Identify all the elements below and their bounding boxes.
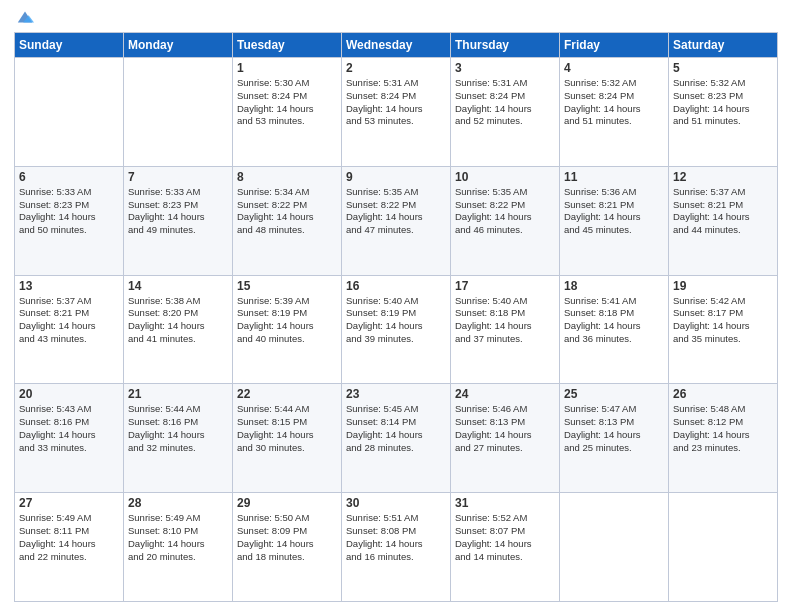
day-number: 29 bbox=[237, 496, 337, 510]
day-info: Sunrise: 5:31 AM Sunset: 8:24 PM Dayligh… bbox=[455, 77, 555, 128]
day-number: 27 bbox=[19, 496, 119, 510]
day-cell: 25Sunrise: 5:47 AM Sunset: 8:13 PM Dayli… bbox=[560, 384, 669, 493]
day-cell: 11Sunrise: 5:36 AM Sunset: 8:21 PM Dayli… bbox=[560, 166, 669, 275]
day-cell: 2Sunrise: 5:31 AM Sunset: 8:24 PM Daylig… bbox=[342, 58, 451, 167]
day-cell: 24Sunrise: 5:46 AM Sunset: 8:13 PM Dayli… bbox=[451, 384, 560, 493]
day-number: 15 bbox=[237, 279, 337, 293]
day-cell: 17Sunrise: 5:40 AM Sunset: 8:18 PM Dayli… bbox=[451, 275, 560, 384]
day-number: 3 bbox=[455, 61, 555, 75]
day-number: 2 bbox=[346, 61, 446, 75]
day-number: 23 bbox=[346, 387, 446, 401]
day-number: 13 bbox=[19, 279, 119, 293]
day-number: 16 bbox=[346, 279, 446, 293]
page-container: SundayMondayTuesdayWednesdayThursdayFrid… bbox=[0, 0, 792, 612]
calendar-table: SundayMondayTuesdayWednesdayThursdayFrid… bbox=[14, 32, 778, 602]
week-row-4: 20Sunrise: 5:43 AM Sunset: 8:16 PM Dayli… bbox=[15, 384, 778, 493]
day-number: 22 bbox=[237, 387, 337, 401]
day-info: Sunrise: 5:43 AM Sunset: 8:16 PM Dayligh… bbox=[19, 403, 119, 454]
day-cell bbox=[15, 58, 124, 167]
day-info: Sunrise: 5:35 AM Sunset: 8:22 PM Dayligh… bbox=[346, 186, 446, 237]
day-cell: 14Sunrise: 5:38 AM Sunset: 8:20 PM Dayli… bbox=[124, 275, 233, 384]
day-number: 8 bbox=[237, 170, 337, 184]
day-header-thursday: Thursday bbox=[451, 33, 560, 58]
day-header-tuesday: Tuesday bbox=[233, 33, 342, 58]
day-info: Sunrise: 5:49 AM Sunset: 8:10 PM Dayligh… bbox=[128, 512, 228, 563]
week-row-3: 13Sunrise: 5:37 AM Sunset: 8:21 PM Dayli… bbox=[15, 275, 778, 384]
week-row-5: 27Sunrise: 5:49 AM Sunset: 8:11 PM Dayli… bbox=[15, 493, 778, 602]
day-number: 31 bbox=[455, 496, 555, 510]
day-info: Sunrise: 5:47 AM Sunset: 8:13 PM Dayligh… bbox=[564, 403, 664, 454]
day-number: 7 bbox=[128, 170, 228, 184]
day-info: Sunrise: 5:45 AM Sunset: 8:14 PM Dayligh… bbox=[346, 403, 446, 454]
day-number: 26 bbox=[673, 387, 773, 401]
day-number: 25 bbox=[564, 387, 664, 401]
day-cell: 23Sunrise: 5:45 AM Sunset: 8:14 PM Dayli… bbox=[342, 384, 451, 493]
day-info: Sunrise: 5:32 AM Sunset: 8:23 PM Dayligh… bbox=[673, 77, 773, 128]
day-cell: 13Sunrise: 5:37 AM Sunset: 8:21 PM Dayli… bbox=[15, 275, 124, 384]
day-cell: 22Sunrise: 5:44 AM Sunset: 8:15 PM Dayli… bbox=[233, 384, 342, 493]
day-cell: 16Sunrise: 5:40 AM Sunset: 8:19 PM Dayli… bbox=[342, 275, 451, 384]
day-info: Sunrise: 5:36 AM Sunset: 8:21 PM Dayligh… bbox=[564, 186, 664, 237]
day-cell: 6Sunrise: 5:33 AM Sunset: 8:23 PM Daylig… bbox=[15, 166, 124, 275]
day-number: 6 bbox=[19, 170, 119, 184]
day-info: Sunrise: 5:44 AM Sunset: 8:16 PM Dayligh… bbox=[128, 403, 228, 454]
day-info: Sunrise: 5:33 AM Sunset: 8:23 PM Dayligh… bbox=[19, 186, 119, 237]
day-cell: 26Sunrise: 5:48 AM Sunset: 8:12 PM Dayli… bbox=[669, 384, 778, 493]
day-info: Sunrise: 5:34 AM Sunset: 8:22 PM Dayligh… bbox=[237, 186, 337, 237]
day-header-friday: Friday bbox=[560, 33, 669, 58]
day-header-saturday: Saturday bbox=[669, 33, 778, 58]
day-cell bbox=[124, 58, 233, 167]
day-cell: 8Sunrise: 5:34 AM Sunset: 8:22 PM Daylig… bbox=[233, 166, 342, 275]
day-info: Sunrise: 5:33 AM Sunset: 8:23 PM Dayligh… bbox=[128, 186, 228, 237]
day-header-wednesday: Wednesday bbox=[342, 33, 451, 58]
day-info: Sunrise: 5:37 AM Sunset: 8:21 PM Dayligh… bbox=[673, 186, 773, 237]
day-cell: 1Sunrise: 5:30 AM Sunset: 8:24 PM Daylig… bbox=[233, 58, 342, 167]
day-number: 4 bbox=[564, 61, 664, 75]
day-number: 19 bbox=[673, 279, 773, 293]
day-info: Sunrise: 5:40 AM Sunset: 8:19 PM Dayligh… bbox=[346, 295, 446, 346]
day-cell bbox=[560, 493, 669, 602]
header bbox=[14, 10, 778, 26]
day-number: 14 bbox=[128, 279, 228, 293]
day-info: Sunrise: 5:52 AM Sunset: 8:07 PM Dayligh… bbox=[455, 512, 555, 563]
day-number: 21 bbox=[128, 387, 228, 401]
day-cell: 12Sunrise: 5:37 AM Sunset: 8:21 PM Dayli… bbox=[669, 166, 778, 275]
day-info: Sunrise: 5:48 AM Sunset: 8:12 PM Dayligh… bbox=[673, 403, 773, 454]
day-number: 11 bbox=[564, 170, 664, 184]
day-number: 10 bbox=[455, 170, 555, 184]
day-cell: 21Sunrise: 5:44 AM Sunset: 8:16 PM Dayli… bbox=[124, 384, 233, 493]
day-info: Sunrise: 5:31 AM Sunset: 8:24 PM Dayligh… bbox=[346, 77, 446, 128]
day-cell: 29Sunrise: 5:50 AM Sunset: 8:09 PM Dayli… bbox=[233, 493, 342, 602]
day-info: Sunrise: 5:40 AM Sunset: 8:18 PM Dayligh… bbox=[455, 295, 555, 346]
day-cell: 18Sunrise: 5:41 AM Sunset: 8:18 PM Dayli… bbox=[560, 275, 669, 384]
day-info: Sunrise: 5:30 AM Sunset: 8:24 PM Dayligh… bbox=[237, 77, 337, 128]
day-cell: 15Sunrise: 5:39 AM Sunset: 8:19 PM Dayli… bbox=[233, 275, 342, 384]
day-number: 12 bbox=[673, 170, 773, 184]
day-header-monday: Monday bbox=[124, 33, 233, 58]
days-header-row: SundayMondayTuesdayWednesdayThursdayFrid… bbox=[15, 33, 778, 58]
day-cell: 5Sunrise: 5:32 AM Sunset: 8:23 PM Daylig… bbox=[669, 58, 778, 167]
day-info: Sunrise: 5:38 AM Sunset: 8:20 PM Dayligh… bbox=[128, 295, 228, 346]
day-header-sunday: Sunday bbox=[15, 33, 124, 58]
day-info: Sunrise: 5:41 AM Sunset: 8:18 PM Dayligh… bbox=[564, 295, 664, 346]
day-cell: 30Sunrise: 5:51 AM Sunset: 8:08 PM Dayli… bbox=[342, 493, 451, 602]
day-info: Sunrise: 5:39 AM Sunset: 8:19 PM Dayligh… bbox=[237, 295, 337, 346]
day-number: 30 bbox=[346, 496, 446, 510]
day-cell bbox=[669, 493, 778, 602]
day-info: Sunrise: 5:42 AM Sunset: 8:17 PM Dayligh… bbox=[673, 295, 773, 346]
day-cell: 4Sunrise: 5:32 AM Sunset: 8:24 PM Daylig… bbox=[560, 58, 669, 167]
day-info: Sunrise: 5:51 AM Sunset: 8:08 PM Dayligh… bbox=[346, 512, 446, 563]
day-cell: 19Sunrise: 5:42 AM Sunset: 8:17 PM Dayli… bbox=[669, 275, 778, 384]
week-row-1: 1Sunrise: 5:30 AM Sunset: 8:24 PM Daylig… bbox=[15, 58, 778, 167]
day-cell: 31Sunrise: 5:52 AM Sunset: 8:07 PM Dayli… bbox=[451, 493, 560, 602]
day-cell: 10Sunrise: 5:35 AM Sunset: 8:22 PM Dayli… bbox=[451, 166, 560, 275]
day-number: 9 bbox=[346, 170, 446, 184]
day-number: 20 bbox=[19, 387, 119, 401]
day-info: Sunrise: 5:32 AM Sunset: 8:24 PM Dayligh… bbox=[564, 77, 664, 128]
day-number: 28 bbox=[128, 496, 228, 510]
day-info: Sunrise: 5:44 AM Sunset: 8:15 PM Dayligh… bbox=[237, 403, 337, 454]
day-number: 17 bbox=[455, 279, 555, 293]
day-cell: 3Sunrise: 5:31 AM Sunset: 8:24 PM Daylig… bbox=[451, 58, 560, 167]
day-info: Sunrise: 5:50 AM Sunset: 8:09 PM Dayligh… bbox=[237, 512, 337, 563]
day-number: 18 bbox=[564, 279, 664, 293]
